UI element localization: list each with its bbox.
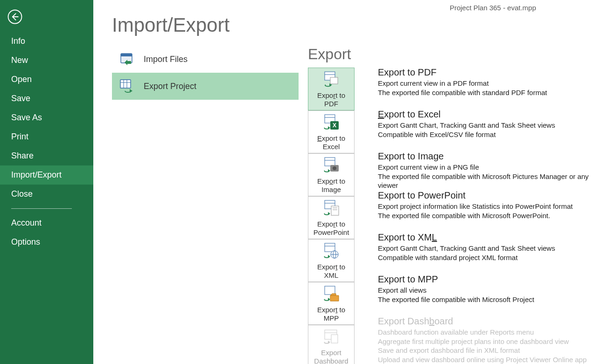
detail-title: Export to PDF xyxy=(378,67,597,78)
backstage-sidebar: Info New Open Save Save As Print Share I… xyxy=(0,0,93,364)
detail-line: Aggregate first multiple project plans i… xyxy=(378,337,597,346)
svg-text:X: X xyxy=(333,122,336,129)
import-files-icon xyxy=(118,51,135,68)
pdf-icon xyxy=(322,71,341,89)
dashboard-icon xyxy=(322,328,341,347)
back-button[interactable] xyxy=(6,7,24,26)
detail-line: Upload and view dashboard online using P… xyxy=(378,355,597,364)
tile-label: Export to Image xyxy=(309,177,353,194)
tile-export-powerpoint[interactable]: Export to PowerPoint xyxy=(308,196,355,239)
sidebar-item-import-export[interactable]: Import/Export xyxy=(0,165,93,185)
tile-label: Export Dashboard xyxy=(309,349,353,364)
detail-export-pdf: Export to PDF Export current view in a P… xyxy=(378,66,597,108)
sidebar-item-account[interactable]: Account xyxy=(0,213,93,233)
sidebar-item-save[interactable]: Save xyxy=(0,89,93,108)
action-export-project[interactable]: Export Project xyxy=(112,73,299,100)
detail-line: Compatible with Excel/CSV file format xyxy=(378,130,597,139)
svg-point-18 xyxy=(333,166,336,170)
svg-rect-3 xyxy=(121,54,132,56)
page-title: Import/Export xyxy=(112,14,597,36)
xml-icon xyxy=(322,242,341,261)
sidebar-item-share[interactable]: Share xyxy=(0,146,93,165)
detail-title: Export to Excel xyxy=(378,109,597,120)
sidebar-item-options[interactable]: Options xyxy=(0,233,93,252)
tile-label: Export to Excel xyxy=(309,134,353,151)
detail-line: The exported file compatible with Micros… xyxy=(378,172,597,190)
detail-export-image: Export to Image Export current view in a… xyxy=(378,150,597,189)
sidebar-item-close[interactable]: Close xyxy=(0,185,93,204)
action-label: Export Project xyxy=(144,82,196,91)
svg-rect-4 xyxy=(120,80,131,88)
detail-line: Dashboard function available under Repor… xyxy=(378,328,597,337)
mpp-icon xyxy=(322,285,341,304)
export-section-title: Export xyxy=(308,46,364,63)
detail-title: Export to PowerPoint xyxy=(378,190,597,201)
detail-line: The exported file compatible with Micros… xyxy=(378,211,597,220)
detail-line: Export current view in a PDF format xyxy=(378,79,597,88)
tile-export-xml[interactable]: Export to XML xyxy=(308,239,355,282)
sidebar-item-new[interactable]: New xyxy=(0,51,93,70)
actions-column: Import Files Export Project xyxy=(112,46,299,364)
main-content: Import/Export Import Files xyxy=(93,0,606,364)
detail-line: Save and export dashboard file in XML fo… xyxy=(378,346,597,355)
svg-rect-29 xyxy=(325,286,335,295)
detail-export-powerpoint: Export to PowerPoint Export project info… xyxy=(378,189,597,231)
tile-export-dashboard: Export Dashboard xyxy=(308,325,355,364)
detail-line: Export Gantt Chart, Tracking Gantt and T… xyxy=(378,244,597,253)
detail-title: Export to Image xyxy=(378,151,597,162)
detail-line: The exported file compatible with Micros… xyxy=(378,295,597,304)
detail-export-mpp: Export to MPP Export all views The expor… xyxy=(378,273,597,315)
detail-line: The exported file compatible with standa… xyxy=(378,88,597,97)
tile-label: Export to XML xyxy=(309,263,353,280)
tile-label: Export to PDF xyxy=(309,91,353,108)
detail-export-dashboard: Export Dashboard Dashboard function avai… xyxy=(378,315,597,364)
excel-icon: X xyxy=(322,114,341,132)
detail-title: Export Dashboard xyxy=(378,316,597,327)
svg-rect-24 xyxy=(325,243,335,252)
svg-rect-21 xyxy=(331,206,339,215)
export-tiles: Export Export to PDF X Export to Excel xyxy=(308,46,364,364)
detail-line: Export Gantt Chart, Tracking Gantt and T… xyxy=(378,121,597,130)
back-arrow-icon xyxy=(7,9,23,25)
svg-rect-10 xyxy=(330,77,338,84)
action-label: Import Files xyxy=(144,55,188,64)
detail-export-xml: Export to XML Export Gantt Chart, Tracki… xyxy=(378,231,597,273)
detail-line: Export all views xyxy=(378,286,597,295)
image-icon xyxy=(322,157,341,175)
detail-export-excel: Export to Excel Export Gantt Chart, Trac… xyxy=(378,108,597,150)
tile-export-excel[interactable]: X Export to Excel xyxy=(308,110,355,153)
sidebar-item-open[interactable]: Open xyxy=(0,70,93,89)
tile-export-image[interactable]: Export to Image xyxy=(308,153,355,196)
svg-rect-32 xyxy=(331,335,338,343)
svg-rect-15 xyxy=(325,158,335,166)
export-project-icon xyxy=(118,78,135,95)
detail-line: Export current view in a PNG file xyxy=(378,163,597,172)
sidebar-item-info[interactable]: Info xyxy=(0,32,93,51)
action-import-files[interactable]: Import Files xyxy=(112,46,299,73)
sidebar-item-save-as[interactable]: Save As xyxy=(0,108,93,127)
tile-export-mpp[interactable]: Export to MPP xyxy=(308,282,355,325)
detail-title: Export to MPP xyxy=(378,274,597,285)
sidebar-separator xyxy=(11,208,72,209)
tile-label: Export to PowerPoint xyxy=(309,220,353,237)
detail-line: Compatible with standard project XML for… xyxy=(378,253,597,262)
tile-label: Export to MPP xyxy=(309,306,353,323)
export-details: Export to PDF Export current view in a P… xyxy=(378,46,597,364)
detail-line: Export project information like Statisti… xyxy=(378,202,597,211)
export-column: Export Export to PDF X Export to Excel xyxy=(308,46,597,364)
tile-export-pdf[interactable]: Export to PDF xyxy=(308,68,355,110)
detail-title: Export to XML xyxy=(378,232,597,243)
sidebar-item-print[interactable]: Print xyxy=(0,127,93,146)
powerpoint-icon xyxy=(322,199,341,218)
